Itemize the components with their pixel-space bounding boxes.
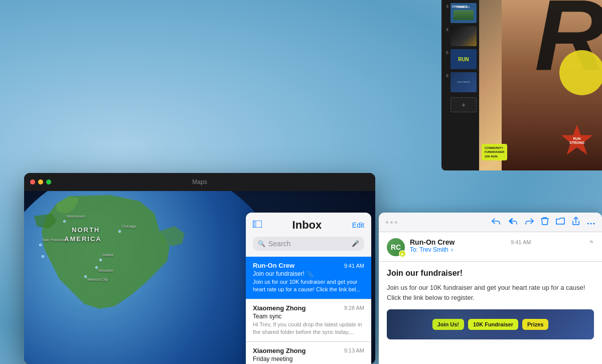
slide-5-number: 5 [443,50,448,55]
design-app-panel: 3 COMMUNITY 4 5 RUN [441,0,602,170]
mail-detail-toolbar [379,213,602,232]
mail-item-header-3: Xiaomeng Zhong 9:13 AM [253,347,364,354]
america-label: AMERICA [64,235,102,243]
slide-3-thumbnail: COMMUNITY [450,3,477,23]
mail-subject-2: Team sync [253,313,364,320]
sender-name-row: Run-On Crew 9:41 AM ⚑ [410,238,594,246]
sender-avatar: RC ▶ [387,238,405,256]
toolbar-dot-3 [395,221,397,224]
north-label: NORTH [72,226,100,234]
mail-detail-header: RC ▶ Run-On Crew 9:41 AM ⚑ To: Trev Smit… [379,232,602,262]
slide-3-number: 3 [443,4,448,9]
starburst-decoration: RUN STRONG [559,123,594,158]
reply-button[interactable] [492,217,501,227]
community-badge: COMMUNITYFUNDRAISER10K RUN [482,144,507,160]
detail-time: 9:41 AM [511,239,531,245]
inbox-top-bar: Inbox Edit [253,219,364,232]
canvas-content: R COMMUNITYFUNDRAISER10K RUN RUN STRONG [479,0,602,170]
detail-body-text: Join us for our 10K fundraiser and get y… [387,283,594,302]
inbox-search-bar[interactable]: 🔍 Search 🎤 [253,237,364,251]
mail-time: 9:41 AM [344,263,364,269]
mail-sender: Run-On Crew [253,262,294,269]
join-us-banner-button[interactable]: Join Us! [432,319,464,330]
north-america-land [29,191,210,331]
inbox-header: Inbox Edit 🔍 Search 🎤 [246,213,371,257]
slide-6-number: 6 [443,73,448,78]
email-banner-image: Join Us! 10K Fundraiser Prizes [387,309,594,339]
prizes-banner-button[interactable]: Prizes [522,319,548,330]
mail-subject-3: Friday meeting [253,355,364,362]
toolbar-dot-1 [386,221,388,224]
add-slide-button[interactable]: + [450,97,477,112]
mail-item-header: Run-On Crew 9:41 AM [253,262,364,269]
sender-info: Run-On Crew 9:41 AM ⚑ To: Trev Smith › [410,238,594,253]
toolbar-actions [492,217,595,228]
plus-icon: + [462,101,466,109]
slide-5-thumbnail: RUN [450,49,477,69]
chevron-right-icon: › [451,246,453,253]
design-canvas: R COMMUNITYFUNDRAISER10K RUN RUN STRONG [479,0,602,170]
svg-text:STRONG: STRONG [569,141,585,144]
avatar-badge: ▶ [399,250,406,257]
detail-flag-icon: ⚑ [589,239,594,246]
yellow-circle-decoration [559,50,602,95]
more-button[interactable] [587,218,595,227]
toolbar-dot-2 [390,221,393,224]
svg-point-10 [587,223,589,225]
maximize-dot[interactable] [46,179,51,185]
sidebar-toggle-button[interactable] [253,221,262,230]
slide-4-item[interactable]: 4 [441,25,479,47]
folder-button[interactable] [556,218,565,227]
slide-6-thumbnail: OUR EVENTS [450,72,477,92]
fundraiser-banner-button[interactable]: 10K Fundraiser [468,319,518,330]
mail-list: Run-On Crew 9:41 AM Join our fundraiser!… [246,257,371,364]
maps-titlebar: Maps [24,173,375,191]
minimize-dot[interactable] [38,179,43,185]
reply-all-button[interactable] [508,217,518,227]
sender-row: RC ▶ Run-On Crew 9:41 AM ⚑ To: Trev Smit… [387,238,594,256]
inbox-title: Inbox [292,219,322,232]
svg-point-11 [590,223,592,225]
slide-3-item[interactable]: 3 COMMUNITY [441,2,479,24]
search-placeholder-text: Search [268,240,290,248]
close-dot[interactable] [30,179,35,185]
detail-to-line[interactable]: To: Trev Smith › [410,246,594,253]
trash-button[interactable] [541,217,549,228]
mail-subject: Join our fundraiser! [253,270,305,277]
forward-button[interactable] [525,217,534,227]
share-button[interactable] [572,217,580,228]
maps-title: Maps [192,178,207,186]
mail-preview: Join us for our 10K fundraiser and get y… [253,278,364,294]
slide-4-thumbnail [450,26,477,46]
svg-point-12 [593,223,595,225]
mail-item-xiaomeng-2[interactable]: Xiaomeng Zhong 9:13 AM Friday meeting [246,342,371,364]
mail-sender-2: Xiaomeng Zhong [253,304,306,312]
mail-inbox-panel: Inbox Edit 🔍 Search 🎤 Run-On Crew 9:41 A… [246,213,371,364]
mail-time-2: 9:28 AM [344,305,364,311]
to-name[interactable]: Trev Smith [419,246,448,253]
sender-initials: RC [391,243,401,251]
mail-preview-2: Hi Trev, If you could drop the latest up… [253,321,364,336]
mail-sender-3: Xiaomeng Zhong [253,347,306,354]
inbox-edit-button[interactable]: Edit [352,221,364,229]
mail-item-header-2: Xiaomeng Zhong 9:28 AM [253,304,364,312]
mail-time-3: 9:13 AM [344,347,364,353]
window-controls [30,179,51,185]
detail-sender-name: Run-On Crew [410,238,455,246]
slide-6-item[interactable]: 6 OUR EVENTS [441,71,479,93]
add-slide-item[interactable]: + [441,96,479,113]
design-app-sidebar: 3 COMMUNITY 4 5 RUN [441,0,479,170]
to-label: To: [410,246,418,253]
slide-4-number: 4 [443,27,448,32]
mail-detail-panel: RC ▶ Run-On Crew 9:41 AM ⚑ To: Trev Smit… [379,213,602,364]
attachment-icon: 📎 [307,271,314,278]
microphone-icon[interactable]: 🎤 [352,240,359,247]
mail-item-run-on-crew[interactable]: Run-On Crew 9:41 AM Join our fundraiser!… [246,257,371,299]
search-icon: 🔍 [258,240,265,247]
svg-text:RUN: RUN [573,137,580,140]
mail-detail-body: Join our fundraiser! Join us for our 10K… [379,262,602,348]
svg-rect-8 [253,221,256,228]
toolbar-dots [386,221,397,224]
slide-5-item[interactable]: 5 RUN [441,48,479,70]
mail-item-xiaomeng-1[interactable]: Xiaomeng Zhong 9:28 AM Team sync Hi Trev… [246,299,371,342]
